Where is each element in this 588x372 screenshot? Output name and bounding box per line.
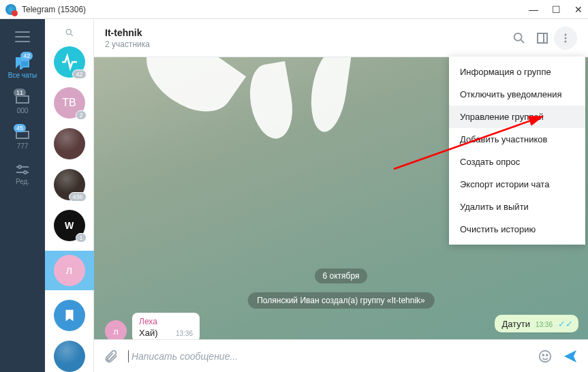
sender-avatar[interactable]: л: [105, 320, 127, 339]
svg-point-12: [565, 40, 567, 42]
app-logo-icon: [5, 4, 16, 15]
message-time: 13:36: [176, 330, 193, 337]
sliders-icon: [15, 164, 30, 176]
folder-label: Все чаты: [8, 72, 37, 79]
menu-item[interactable]: Создать опрос: [449, 151, 585, 173]
folder-000[interactable]: 000 11: [15, 93, 30, 114]
minimize-button[interactable]: —: [529, 4, 538, 15]
folder-label: 000: [17, 107, 29, 114]
folder-all-chats[interactable]: Все чаты 42: [8, 56, 37, 79]
svg-point-15: [546, 354, 548, 356]
close-button[interactable]: ✕: [574, 4, 583, 15]
menu-item[interactable]: Добавить участников: [449, 128, 585, 151]
folder-badge: 11: [14, 89, 26, 97]
attach-icon[interactable]: [104, 349, 119, 364]
svg-line-5: [70, 34, 72, 36]
svg-rect-8: [538, 33, 547, 43]
chat-options-menu: Информация о группеОтключить уведомления…: [449, 57, 585, 245]
chat-title[interactable]: It-tehnik: [105, 27, 508, 38]
maximize-button[interactable]: ☐: [552, 4, 561, 15]
folder-badge: 45: [14, 124, 26, 132]
search-icon[interactable]: [63, 29, 76, 37]
window-titlebar: Telegram (15306) — ☐ ✕: [0, 0, 588, 19]
service-message: Полянский Иван создал(а) группу «It-tehn…: [247, 292, 435, 309]
chat-avatar: [54, 300, 85, 331]
menu-button[interactable]: [15, 31, 30, 42]
edit-folders[interactable]: Ред.: [15, 164, 30, 185]
menu-item[interactable]: Экспорт истории чата: [449, 173, 585, 196]
menu-item[interactable]: Удалить и выйти: [449, 196, 585, 218]
more-options-button[interactable]: [554, 27, 577, 50]
folder-777[interactable]: 777 45: [15, 128, 30, 150]
unread-badge: 42: [72, 69, 86, 79]
folder-badge: 42: [20, 52, 33, 60]
chat-search-button[interactable]: [508, 27, 531, 50]
svg-point-3: [24, 171, 27, 174]
sidebar-toggle-button[interactable]: [531, 27, 554, 50]
chat-avatar: [54, 128, 85, 159]
svg-point-11: [565, 37, 567, 39]
svg-point-1: [18, 166, 21, 168]
unread-badge: 1: [76, 233, 86, 243]
date-separator: 6 октября: [315, 268, 368, 283]
chat-list-item[interactable]: 436: [54, 169, 85, 200]
svg-point-6: [514, 33, 522, 40]
chat-list-item[interactable]: л: [45, 251, 94, 290]
incoming-message[interactable]: л Леха Хай) 13:36: [132, 313, 200, 339]
message-composer: Написать сообщение...: [94, 339, 588, 372]
chat-main: It-tehnik 2 участника 6 октября Полянски…: [94, 19, 588, 372]
chat-list: 42ТВ2436W1л: [45, 19, 94, 372]
message-text: Хай): [139, 328, 158, 338]
chat-list-item[interactable]: [54, 300, 85, 331]
message-input[interactable]: Написать сообщение...: [128, 350, 528, 362]
svg-point-10: [565, 33, 567, 35]
chat-list-item[interactable]: [54, 341, 85, 372]
chat-list-item[interactable]: ТВ2: [54, 87, 85, 119]
chat-list-item[interactable]: W1: [54, 210, 85, 241]
unread-badge: 436: [69, 192, 86, 202]
chat-list-item[interactable]: [54, 128, 85, 159]
folders-sidebar: Все чаты 42 000 11 777 45 Ред.: [0, 19, 45, 372]
outgoing-message[interactable]: Датути 13:36 ✓✓: [495, 315, 578, 332]
chat-subtitle: 2 участника: [105, 40, 508, 49]
svg-point-14: [542, 354, 544, 356]
window-title: Telegram (15306): [22, 5, 86, 14]
send-icon[interactable]: [562, 348, 578, 365]
message-text: Датути: [501, 319, 530, 329]
svg-line-7: [521, 40, 525, 43]
menu-item[interactable]: Информация о группе: [449, 61, 585, 83]
emoji-icon[interactable]: [538, 349, 553, 364]
menu-item[interactable]: Управление группой: [449, 106, 585, 128]
svg-point-4: [66, 29, 71, 34]
chat-avatar: [54, 341, 85, 372]
folder-label: 777: [17, 142, 29, 150]
chat-avatar: л: [54, 255, 85, 286]
chat-list-item[interactable]: 42: [54, 46, 85, 78]
unread-badge: 2: [76, 110, 86, 120]
edit-label: Ред.: [16, 178, 29, 185]
menu-item[interactable]: Очистить историю: [449, 218, 585, 241]
svg-point-13: [540, 350, 551, 362]
menu-item[interactable]: Отключить уведомления: [449, 83, 585, 106]
read-checks-icon: ✓✓: [558, 319, 573, 329]
message-time: 13:36: [536, 321, 553, 328]
sender-name[interactable]: Леха: [139, 317, 193, 326]
chat-header: It-tehnik 2 участника: [94, 19, 588, 57]
